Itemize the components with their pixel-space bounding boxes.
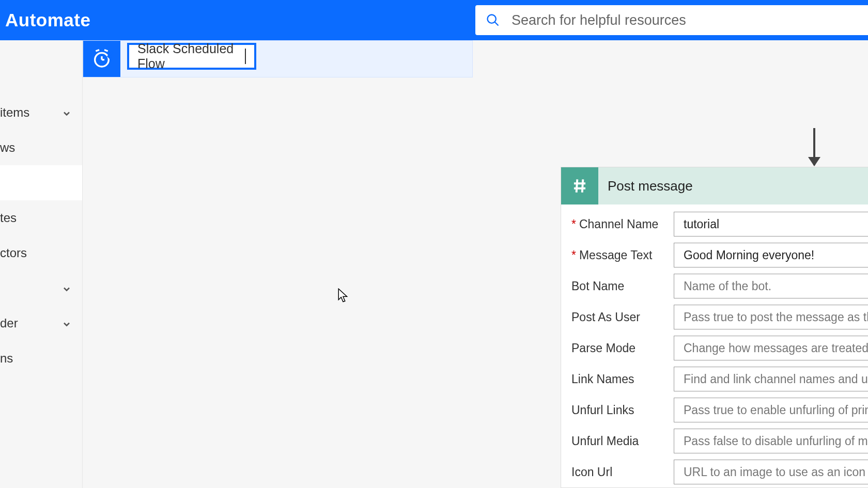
field-label: Icon Url [561, 465, 674, 479]
app-title: Automate [0, 10, 90, 30]
action-header[interactable]: Post message [561, 167, 868, 204]
field-input[interactable]: Pass true to post the message as the a [674, 305, 868, 329]
svg-line-1 [495, 22, 499, 26]
field-input[interactable]: Change how messages are treated. Fo [674, 336, 868, 360]
flow-canvas[interactable]: Slack Scheduled Flow Recurrence Post mes… [83, 40, 868, 488]
chevron-down-icon [61, 107, 72, 118]
connector-arrow [813, 128, 815, 165]
svg-point-0 [488, 15, 496, 23]
field-label-text: Message Text [579, 248, 652, 262]
sidebar-item-label: ns [0, 351, 82, 366]
field-label-text: Unfurl Media [571, 434, 639, 448]
form-row-message-text: *Message TextGood Morning everyone! [561, 240, 868, 271]
required-star: * [571, 217, 576, 231]
field-label: Unfurl Links [561, 403, 674, 417]
sidebar-item-label: ctors [0, 246, 82, 260]
form-row-unfurl-media: Unfurl MediaPass false to disable unfurl… [561, 426, 868, 456]
field-label-text: Post As User [571, 310, 640, 324]
top-bar: Automate [0, 0, 868, 40]
field-label-text: Link Names [571, 372, 634, 386]
form-row-icon-url: Icon UrlURL to an image to use as an ico… [561, 456, 868, 487]
field-input[interactable]: URL to an image to use as an icon for [674, 460, 868, 484]
form-row-unfurl-links: Unfurl LinksPass true to enable unfurlin… [561, 395, 868, 426]
action-title: Post message [608, 178, 693, 194]
field-input[interactable]: tutorial [674, 212, 868, 237]
field-label: *Channel Name [561, 217, 674, 231]
sidebar-item-label: der [0, 316, 61, 330]
field-input[interactable]: Name of the bot. [674, 274, 868, 298]
sidebar-item-5[interactable] [0, 271, 82, 306]
sidebar-item-0[interactable]: items [0, 95, 82, 130]
field-label: Unfurl Media [561, 434, 674, 448]
form-row-link-names: Link NamesFind and link channel names an… [561, 364, 868, 395]
field-label: Link Names [561, 372, 674, 386]
sidebar-item-7[interactable]: ns [0, 341, 82, 376]
flow-header: Slack Scheduled Flow [83, 40, 868, 72]
field-label-text: Channel Name [579, 217, 658, 231]
sidebar: itemswstesctorsderns [0, 40, 83, 488]
field-label-text: Bot Name [571, 279, 624, 293]
field-label-text: Parse Mode [571, 341, 636, 355]
field-input[interactable]: Pass true to enable unfurling of prima [674, 398, 868, 422]
field-label: *Message Text [561, 248, 674, 262]
sidebar-item-label: items [0, 105, 61, 120]
sidebar-item-3[interactable]: tes [0, 200, 82, 235]
field-label: Parse Mode [561, 341, 674, 355]
sidebar-item-label: ws [0, 140, 82, 155]
svg-line-10 [577, 179, 578, 192]
form-row-bot-name: Bot NameName of the bot. [561, 271, 868, 302]
field-label-text: Unfurl Links [571, 403, 634, 417]
form-row-channel-name: *Channel Nametutorial [561, 209, 868, 240]
text-caret [245, 49, 246, 64]
back-button[interactable] [103, 46, 123, 66]
sidebar-item-4[interactable]: ctors [0, 235, 82, 271]
chevron-down-icon [61, 318, 72, 328]
field-label: Bot Name [561, 279, 674, 293]
action-card-post-message[interactable]: Post message *Channel Nametutorial*Messa… [561, 167, 868, 488]
flow-name-text: Slack Scheduled Flow [137, 41, 246, 71]
form-row-post-as-user: Post As UserPass true to post the messag… [561, 302, 868, 333]
hash-icon [561, 167, 598, 204]
field-input[interactable]: Pass false to disable unfurling of med [674, 429, 868, 453]
required-star: * [571, 248, 576, 262]
field-input[interactable]: Good Morning everyone! [674, 243, 868, 267]
svg-line-11 [582, 179, 583, 192]
search-input[interactable] [512, 5, 868, 35]
field-input[interactable]: Find and link channel names and user [674, 367, 868, 391]
sidebar-item-6[interactable]: der [0, 306, 82, 341]
field-label: Post As User [561, 310, 674, 324]
form-row-parse-mode: Parse ModeChange how messages are treate… [561, 333, 868, 364]
flow-name-input[interactable]: Slack Scheduled Flow [127, 43, 256, 70]
mouse-cursor [337, 288, 349, 304]
chevron-down-icon [61, 283, 72, 293]
sidebar-item-label: tes [0, 211, 82, 225]
sidebar-item-2[interactable] [0, 165, 82, 200]
sidebar-item-1[interactable]: ws [0, 130, 82, 165]
search-icon [486, 13, 500, 27]
field-label-text: Icon Url [571, 465, 612, 479]
search-box[interactable] [475, 5, 868, 35]
